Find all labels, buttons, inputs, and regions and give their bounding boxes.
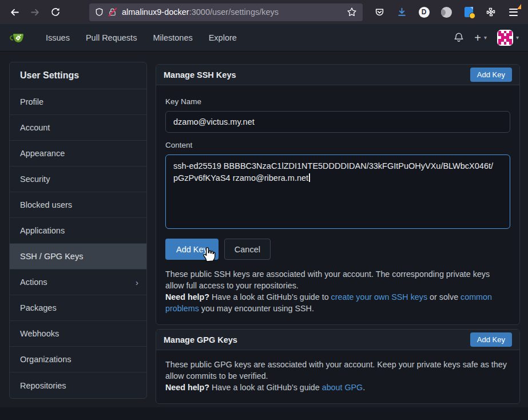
sidebar-item-account[interactable]: Account [10, 115, 146, 141]
gpg-help-text: These public GPG keys are associated wit… [165, 359, 510, 393]
sidebar-item-organizations[interactable]: Organizations [10, 347, 146, 373]
chevron-right-icon: › [136, 278, 138, 287]
sidebar-item-actions[interactable]: Actions › [10, 270, 146, 295]
extension-blob-icon[interactable] [439, 5, 453, 19]
duckduckgo-icon[interactable]: D [417, 5, 431, 19]
nav-item-explore[interactable]: Explore [201, 24, 245, 51]
bookmark-star-icon[interactable] [347, 7, 357, 17]
settings-sidebar: User Settings Profile Account Appearance… [9, 62, 147, 399]
chevron-down-icon: ▾ [484, 34, 487, 41]
sidebar-item-blocked-users[interactable]: Blocked users [10, 192, 146, 218]
sidebar-item-repositories[interactable]: Repositories [10, 373, 146, 398]
nav-item-milestones[interactable]: Milestones [145, 24, 200, 51]
sidebar-item-appearance[interactable]: Appearance [10, 141, 146, 167]
forward-icon [30, 7, 40, 17]
chevron-down-icon: ▾ [516, 34, 519, 41]
puzzle-extensions-icon[interactable] [484, 5, 498, 19]
menu-icon[interactable] [506, 5, 520, 19]
ssh-panel-body: Key Name Content ssh-ed25519 BBBBC3NzaC1… [156, 85, 519, 324]
key-name-input[interactable] [165, 111, 510, 133]
user-menu[interactable]: ▾ [497, 30, 519, 46]
sidebar-title: User Settings [10, 62, 146, 89]
ssh-help-text: These public SSH keys are associated wit… [165, 268, 510, 314]
footer-strip [0, 407, 528, 420]
forward-button[interactable] [26, 3, 43, 21]
sidebar-item-applications[interactable]: Applications [10, 218, 146, 244]
sidebar-item-ssh-gpg-keys[interactable]: SSH / GPG Keys [10, 244, 146, 270]
settings-page: User Settings Profile Account Appearance… [0, 51, 528, 420]
app-navbar: Issues Pull Requests Milestones Explore … [0, 24, 528, 51]
sidebar-item-packages[interactable]: Packages [10, 295, 146, 321]
key-content-textarea[interactable]: ssh-ed25519 BBBBC3NzaC1lZDI1NTE5DDDDIDAN… [165, 154, 510, 229]
nav-item-pull-requests[interactable]: Pull Requests [78, 24, 145, 51]
update-badge [517, 4, 521, 9]
refresh-icon [51, 7, 60, 17]
document-extension-icon[interactable] [462, 5, 475, 19]
insecure-lock-icon[interactable] [108, 7, 117, 17]
gpg-panel-body: These public GPG keys are associated wit… [156, 350, 519, 403]
key-name-label: Key Name [165, 97, 510, 106]
manage-gpg-keys-panel: Manage GPG Keys Add Key These public GPG… [156, 329, 520, 404]
shield-icon [95, 7, 104, 17]
ssh-header-add-key-button[interactable]: Add Key [470, 68, 512, 82]
plus-icon: + [474, 32, 481, 43]
download-icon[interactable] [395, 5, 408, 19]
avatar [497, 30, 513, 46]
nav-item-issues[interactable]: Issues [38, 24, 78, 51]
browser-extensions: D [372, 5, 522, 19]
refresh-button[interactable] [47, 3, 64, 21]
manage-ssh-keys-panel: Manage SSH Keys Add Key Key Name Content… [156, 64, 520, 325]
sidebar-item-webhooks[interactable]: Webhooks [10, 321, 146, 347]
pocket-icon[interactable] [372, 5, 386, 19]
gpg-header-add-key-button[interactable]: Add Key [470, 332, 512, 347]
url-text: almalinux9-docker:3000/user/settings/key… [122, 7, 342, 17]
back-icon [10, 7, 19, 17]
notifications-bell-icon[interactable] [454, 32, 464, 43]
gpg-panel-title: Manage GPG Keys [164, 335, 237, 344]
content-label: Content [165, 141, 510, 149]
ssh-panel-title: Manage SSH Keys [164, 70, 236, 80]
create-new-menu[interactable]: + ▾ [474, 32, 487, 43]
gpg-panel-header: Manage GPG Keys Add Key [156, 330, 519, 350]
ssh-guide-link[interactable]: create your own SSH keys [331, 292, 427, 302]
cancel-button[interactable]: Cancel [224, 239, 271, 260]
ssh-panel-header: Manage SSH Keys Add Key [156, 65, 519, 85]
back-button[interactable] [6, 3, 23, 21]
add-key-submit-button[interactable]: Add Key [165, 239, 219, 260]
url-bar[interactable]: almalinux9-docker:3000/user/settings/key… [89, 3, 363, 21]
sidebar-item-profile[interactable]: Profile [10, 89, 146, 115]
gitea-logo[interactable] [9, 29, 27, 47]
browser-toolbar: almalinux9-docker:3000/user/settings/key… [0, 0, 528, 24]
gpg-guide-link[interactable]: about GPG [322, 383, 363, 392]
sidebar-item-security[interactable]: Security [10, 167, 146, 192]
text-caret [309, 173, 310, 182]
